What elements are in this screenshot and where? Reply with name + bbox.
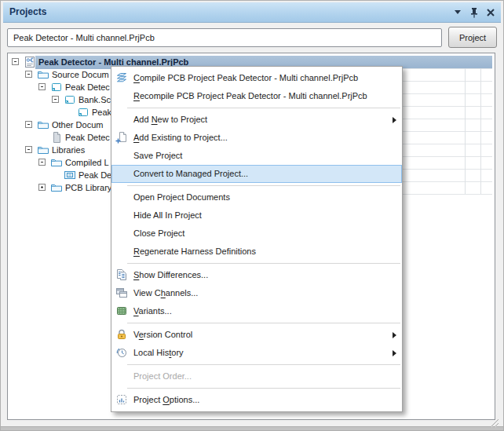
menu-separator — [127, 108, 400, 108]
menu-item-label: View Channels... — [133, 288, 198, 298]
folder-icon — [50, 156, 63, 169]
menu-item-save-project[interactable]: Save Project — [111, 147, 402, 165]
tree-row-separator — [403, 119, 492, 119]
tree-item-label: Peak Detec — [65, 81, 110, 93]
tree-row-separator — [403, 81, 492, 82]
resize-grip[interactable] — [489, 419, 499, 427]
menu-item-close-project[interactable]: Close Project — [111, 225, 402, 243]
folder-icon — [37, 68, 49, 81]
menu-item-view-channels[interactable]: View Channels... — [111, 284, 402, 302]
sheet-icon — [50, 81, 63, 93]
menu-item-add-existing-to-project[interactable]: Add Existing to Project... — [111, 129, 402, 147]
close-icon[interactable] — [485, 7, 496, 18]
tree-row-separator — [403, 169, 492, 170]
menu-item-label: Convert to Managed Project... — [133, 169, 248, 178]
tree-row-separator — [403, 106, 492, 107]
menu-item-label: Open Project Documents — [133, 192, 230, 202]
menu-separator — [127, 263, 400, 264]
tree-row-separator — [403, 156, 492, 157]
menu-item-label: Compile PCB Project Peak Detector - Mult… — [133, 73, 358, 82]
menu-item-label: Close Project — [133, 228, 184, 238]
tree-column-separator — [480, 68, 481, 194]
titlebar-icon-group — [452, 2, 496, 22]
folder-icon — [37, 119, 49, 131]
pin-icon[interactable] — [469, 7, 480, 18]
menu-item-label: Project Order... — [133, 371, 192, 381]
menu-item-show-differences[interactable]: Show Differences... — [111, 266, 402, 284]
project-button[interactable]: Project — [448, 27, 497, 48]
collapse-minus-icon[interactable] — [25, 121, 32, 128]
context-menu: Compile PCB Project Peak Detector - Mult… — [111, 66, 403, 412]
menu-separator — [127, 388, 400, 389]
projects-panel: Projects Peak Detector - Multi channel.P… — [0, 0, 504, 431]
sheet-icon — [77, 106, 89, 119]
panel-bottom-edge — [1, 426, 503, 430]
menu-item-regenerate-harness-definitions[interactable]: Regenerate Harness Definitions — [111, 243, 402, 261]
tree-column-separator — [465, 68, 466, 194]
menu-item-label: Local History — [133, 348, 184, 357]
tree-item-label: Compiled L — [65, 156, 109, 169]
menu-item-version-control[interactable]: Version Control — [111, 326, 402, 344]
tree-item-label: Other Docum — [52, 119, 103, 131]
submenu-arrow-icon — [393, 117, 396, 123]
sheet-icon — [64, 93, 76, 106]
collapse-minus-icon[interactable] — [25, 71, 32, 78]
project-document-field[interactable]: Peak Detector - Multi channel.PrjPcb — [7, 28, 442, 47]
submenu-arrow-icon — [393, 332, 396, 338]
menu-item-label: Add New to Project — [133, 115, 207, 124]
tree-item-label: Libraries — [52, 144, 85, 156]
project-icon — [24, 56, 36, 68]
collapse-minus-icon[interactable] — [12, 58, 19, 65]
dropdown-icon[interactable] — [452, 7, 463, 18]
clock-icon — [115, 346, 128, 359]
menu-item-local-history[interactable]: Local History — [111, 344, 402, 362]
tree-item-label: PCB Library — [65, 181, 111, 194]
collapse-minus-icon[interactable] — [38, 159, 46, 166]
menu-item-add-new-to-project[interactable]: Add New to Project — [111, 111, 402, 129]
collapse-minus-icon[interactable] — [25, 146, 32, 153]
intlib-icon — [64, 169, 76, 181]
tree-row-separator — [403, 194, 492, 195]
lock-icon — [115, 328, 128, 341]
panel-titlebar: Projects — [3, 2, 501, 23]
menu-item-recompile[interactable]: Recompile PCB Project Peak Detector - Mu… — [111, 87, 402, 105]
submenu-arrow-icon — [393, 350, 396, 356]
menu-item-project-options[interactable]: Project Options... — [111, 391, 402, 409]
menu-item-label: Version Control — [133, 330, 192, 339]
tree-row-separator — [403, 181, 492, 182]
folder-icon — [37, 144, 49, 156]
menu-item-label: Add Existing to Project... — [133, 133, 228, 142]
tree-item-label: Source Docum — [52, 68, 109, 81]
compile-icon — [115, 71, 128, 84]
doc-icon — [50, 131, 63, 144]
menu-separator — [127, 364, 400, 365]
menu-item-compile[interactable]: Compile PCB Project Peak Detector - Mult… — [111, 69, 402, 87]
options-icon — [115, 393, 128, 406]
menu-separator — [127, 185, 400, 186]
tree-item-label: Peak Det — [79, 169, 114, 181]
doc-plus-icon — [115, 131, 128, 144]
collapse-minus-icon[interactable] — [52, 96, 59, 103]
menu-item-label: Variants... — [133, 306, 172, 316]
menu-item-label: Recompile PCB Project Peak Detector - Mu… — [133, 91, 367, 100]
expand-plus-icon[interactable] — [38, 184, 46, 191]
tree-row-separator — [403, 131, 492, 132]
menu-item-label: Project Options... — [133, 395, 199, 404]
menu-item-label: Show Differences... — [133, 270, 208, 279]
menu-item-convert-to-managed-project[interactable]: Convert to Managed Project... — [111, 165, 402, 183]
menu-item-label: Hide All In Project — [133, 210, 202, 220]
menu-item-open-project-documents[interactable]: Open Project Documents — [111, 188, 402, 206]
tree-item-label: Peak Detec — [65, 131, 110, 144]
menu-item-hide-all-in-project[interactable]: Hide All In Project — [111, 206, 402, 225]
menu-item-variants[interactable]: Variants... — [111, 302, 402, 320]
diff-icon — [115, 268, 128, 281]
collapse-minus-icon[interactable] — [38, 83, 46, 90]
panel-title: Projects — [9, 2, 46, 22]
tree-row-separator — [403, 144, 492, 144]
tree-row-separator — [403, 68, 492, 69]
menu-item-label: Save Project — [133, 151, 182, 160]
tree-row-separator — [403, 93, 492, 94]
menu-item-label: Regenerate Harness Definitions — [133, 247, 256, 256]
variants-icon — [115, 305, 128, 317]
menu-item-project-order[interactable]: Project Order... — [111, 367, 402, 385]
